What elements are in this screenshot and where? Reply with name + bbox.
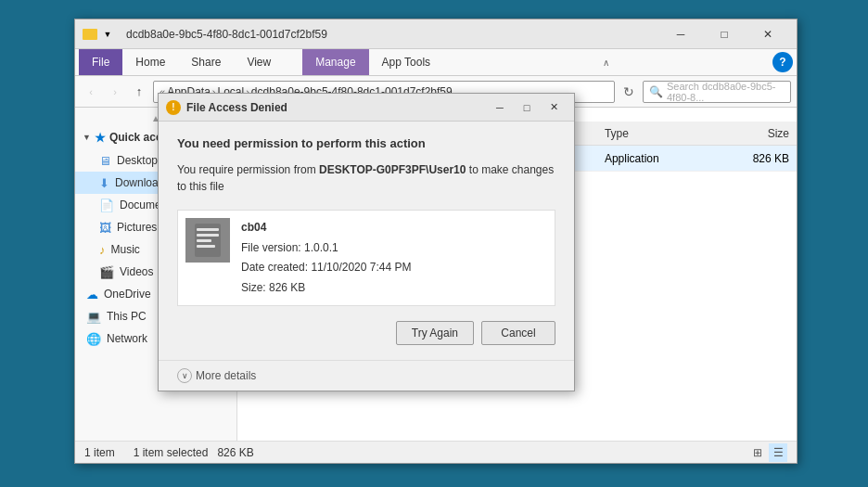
pictures-icon: 🖼 xyxy=(99,221,111,235)
selection-info: 1 item selected 826 KB xyxy=(134,446,254,459)
window-controls: ─ □ ✕ xyxy=(659,19,789,49)
downloads-icon: ⬇ xyxy=(99,176,109,190)
tab-share[interactable]: Share xyxy=(178,49,234,75)
refresh-button[interactable]: ↻ xyxy=(619,82,639,102)
dialog-file-details: cb04 File version: 1.0.0.1 Date created:… xyxy=(241,218,411,298)
up-button[interactable]: ↑ xyxy=(129,82,149,102)
desktop-icon: 🖥 xyxy=(99,154,111,168)
permission-source: DESKTOP-G0PF3PF\User10 xyxy=(319,163,466,176)
dialog-file-icon xyxy=(185,218,230,263)
file-access-denied-dialog: ! File Access Denied ─ □ ✕ You need perm… xyxy=(158,93,575,391)
tab-file[interactable]: File xyxy=(79,49,122,75)
quick-access-star-icon: ★ xyxy=(95,131,106,145)
dialog-close-button[interactable]: ✕ xyxy=(541,97,567,118)
ribbon-tabs: File Home Share View Manage App Tools ∧ … xyxy=(75,49,797,75)
search-placeholder: Search dcdb8a0e-9bc5-4f80-8... xyxy=(667,81,785,103)
sidebar-pictures-label: Pictures xyxy=(117,221,157,234)
dialog-message: You require permission from DESKTOP-G0PF… xyxy=(177,161,555,195)
try-again-button[interactable]: Try Again xyxy=(396,321,474,345)
svg-rect-5 xyxy=(197,228,219,231)
onedrive-icon: ☁ xyxy=(86,288,98,301)
dialog-file-name: cb04 xyxy=(241,218,411,238)
column-type[interactable]: Type xyxy=(597,127,707,140)
tab-manage[interactable]: Manage xyxy=(302,49,368,75)
minimize-button[interactable]: ─ xyxy=(659,19,702,49)
view-controls: ⊞ ☰ xyxy=(748,443,787,462)
sidebar-videos-label: Videos xyxy=(120,265,153,278)
search-icon: 🔍 xyxy=(649,85,663,98)
view-list-button[interactable]: ☰ xyxy=(769,443,787,462)
music-icon: ♪ xyxy=(99,243,106,257)
dialog-buttons: Try Again Cancel xyxy=(177,321,555,345)
maximize-button[interactable]: □ xyxy=(703,19,746,49)
title-bar: ▼ dcdb8a0e-9bc5-4f80-8dc1-001d7cf2bf59 ─… xyxy=(75,19,797,49)
more-details-section[interactable]: ∨ More details xyxy=(159,360,574,391)
close-button[interactable]: ✕ xyxy=(747,19,789,49)
column-size[interactable]: Size xyxy=(707,127,797,140)
sidebar-network-label: Network xyxy=(107,332,147,345)
dialog-maximize-button[interactable]: □ xyxy=(514,97,540,118)
sidebar-onedrive-label: OneDrive xyxy=(104,288,151,301)
sidebar-desktop-label: Desktop xyxy=(117,154,158,167)
sidebar-thispc-label: This PC xyxy=(107,310,147,323)
dialog-warning-icon: ! xyxy=(166,100,181,115)
dialog-heading: You need permission to perform this acti… xyxy=(177,136,555,150)
expand-icon: ∨ xyxy=(177,368,192,383)
ribbon-collapse-icon[interactable]: ∧ xyxy=(603,58,609,68)
dialog-file-version: File version: 1.0.0.1 xyxy=(241,238,411,259)
svg-rect-8 xyxy=(197,245,215,248)
dialog-body: You need permission to perform this acti… xyxy=(159,122,574,360)
documents-icon: 📄 xyxy=(99,199,114,212)
search-field[interactable]: 🔍 Search dcdb8a0e-9bc5-4f80-8... xyxy=(643,81,791,103)
dialog-window-controls: ─ □ ✕ xyxy=(487,97,567,118)
selection-size: 826 KB xyxy=(217,446,253,459)
file-size-cell: 826 KB xyxy=(707,152,797,165)
dialog-file-size: Size: 826 KB xyxy=(241,278,411,299)
back-button[interactable]: ‹ xyxy=(81,82,101,102)
window-folder-icon xyxy=(83,27,97,42)
quick-access-icon-small: ▼ xyxy=(100,27,115,42)
help-icon[interactable]: ? xyxy=(772,52,793,72)
forward-button[interactable]: › xyxy=(105,82,125,102)
dialog-title-bar: ! File Access Denied ─ □ ✕ xyxy=(159,94,574,122)
file-type-cell: Application xyxy=(597,152,707,165)
title-bar-icons: ▼ xyxy=(83,27,115,42)
tab-home[interactable]: Home xyxy=(122,49,178,75)
videos-icon: 🎬 xyxy=(99,265,114,279)
selection-count: 1 item selected xyxy=(134,446,209,459)
cancel-button[interactable]: Cancel xyxy=(481,321,555,345)
sidebar-music-label: Music xyxy=(111,243,140,256)
svg-rect-7 xyxy=(197,239,211,242)
svg-rect-6 xyxy=(197,234,219,237)
dialog-title: File Access Denied xyxy=(186,101,487,114)
tab-view[interactable]: View xyxy=(234,49,284,75)
network-icon: 🌐 xyxy=(86,332,101,346)
more-details-label: More details xyxy=(196,369,256,382)
window-title: dcdb8a0e-9bc5-4f80-8dc1-001d7cf2bf59 xyxy=(126,28,659,41)
tab-app-tools[interactable]: App Tools xyxy=(369,49,443,75)
status-bar: 1 item 1 item selected 826 KB ⊞ ☰ xyxy=(75,441,797,463)
dialog-file-date-created: Date created: 11/10/2020 7:44 PM xyxy=(241,258,411,278)
dialog-minimize-button[interactable]: ─ xyxy=(487,97,513,118)
item-count: 1 item xyxy=(84,446,115,459)
thispc-icon: 💻 xyxy=(86,310,101,324)
dialog-file-info: cb04 File version: 1.0.0.1 Date created:… xyxy=(177,210,555,306)
ribbon: File Home Share View Manage App Tools ∧ … xyxy=(75,49,797,76)
quick-access-arrow: ▼ xyxy=(83,133,91,142)
view-details-button[interactable]: ⊞ xyxy=(748,443,767,462)
